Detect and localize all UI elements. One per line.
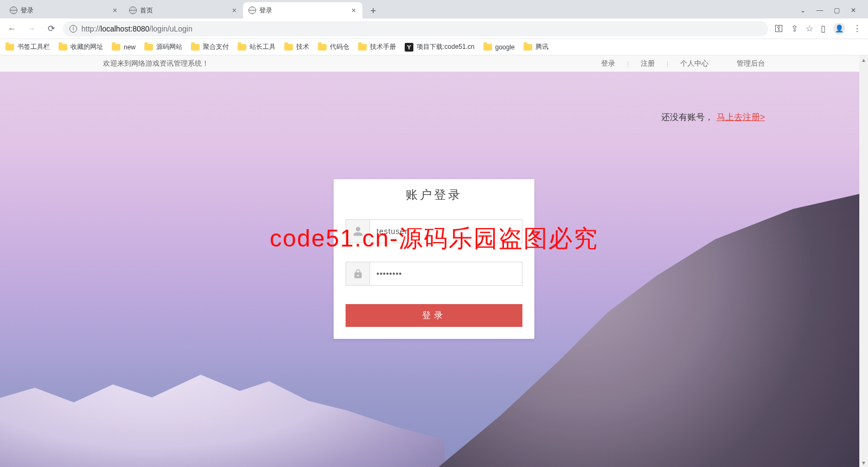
password-field-wrapper — [346, 262, 522, 286]
folder-icon — [144, 44, 153, 51]
browser-tab[interactable]: 首页 × — [124, 2, 243, 18]
site-top-bar: 欢迎来到网络游戏资讯管理系统！ 登录 | 注册 | 个人中心 管理后台 — [0, 55, 868, 72]
back-button[interactable]: ← — [4, 21, 20, 36]
divider: | — [627, 60, 629, 67]
login-card: 账户登录 登录 — [334, 179, 534, 339]
top-link-register[interactable]: 注册 — [641, 59, 655, 68]
password-input[interactable] — [370, 262, 522, 285]
folder-icon — [238, 44, 246, 51]
bookmark-label: google — [495, 43, 515, 51]
user-icon — [346, 220, 370, 243]
bookmark-label: 源码网站 — [156, 42, 182, 52]
folder-icon — [524, 44, 532, 51]
top-link-admin[interactable]: 管理后台 — [737, 59, 765, 68]
folder-icon — [112, 44, 120, 51]
minimize-icon[interactable]: — — [816, 7, 823, 14]
hero-background: 还没有账号， 马上去注册> 账户登录 登录 code51.cn-源码乐园盗图必究 — [0, 72, 868, 467]
bookmark-label: 技术 — [296, 42, 309, 52]
scroll-down-icon[interactable]: ▼ — [859, 458, 868, 467]
globe-icon — [10, 7, 17, 14]
login-button[interactable]: 登录 — [346, 304, 522, 327]
folder-icon — [59, 44, 67, 51]
divider: | — [667, 60, 668, 67]
bookmark-item[interactable]: 技术手册 — [358, 42, 396, 52]
bookmark-item[interactable]: 收藏的网址 — [59, 42, 103, 52]
bookmark-item[interactable]: 代码仓 — [318, 42, 349, 52]
folder-icon — [191, 44, 200, 51]
bookmark-label: 代码仓 — [330, 42, 349, 52]
folder-icon — [5, 44, 14, 51]
key-icon[interactable]: ⚿ — [775, 24, 783, 34]
close-icon[interactable]: × — [112, 7, 118, 14]
bookmarks-bar: 书签工具栏收藏的网址new源码网站聚合支付站长工具技术代码仓技术手册Y项目下载:… — [0, 39, 868, 55]
folder-icon — [284, 44, 293, 51]
bookmark-item[interactable]: new — [112, 43, 136, 51]
window-close-icon[interactable]: ✕ — [851, 7, 856, 14]
close-icon[interactable]: × — [350, 7, 357, 14]
bookmark-item[interactable]: 技术 — [284, 42, 309, 52]
welcome-text: 欢迎来到网络游戏资讯管理系统！ — [103, 59, 209, 68]
register-hint-prefix: 还没有账号， — [661, 112, 713, 123]
bookmark-item[interactable]: 源码网站 — [144, 42, 182, 52]
tab-title: 登录 — [21, 6, 108, 15]
bookmark-label: 聚合支付 — [203, 42, 229, 52]
folder-icon — [318, 44, 327, 51]
bookmark-label: 书签工具栏 — [17, 42, 50, 52]
folder-icon — [358, 44, 367, 51]
username-input[interactable] — [370, 220, 522, 243]
address-bar[interactable]: i http://localhost:8080/login/uLogin — [63, 21, 768, 36]
url-text: http://localhost:8080/login/uLogin — [81, 24, 193, 33]
register-hint: 还没有账号， 马上去注册> — [661, 112, 765, 123]
bookmark-label: 项目下载:code51.cn — [417, 42, 475, 52]
chevron-down-icon[interactable]: ⌄ — [800, 7, 806, 14]
bookmark-item[interactable]: 腾讯 — [524, 42, 548, 52]
forward-button[interactable]: → — [24, 21, 39, 36]
page-viewport: 欢迎来到网络游戏资讯管理系统！ 登录 | 注册 | 个人中心 管理后台 还没有账… — [0, 55, 868, 467]
address-bar-row: ← → ⟳ i http://localhost:8080/login/uLog… — [0, 18, 868, 39]
profile-avatar[interactable]: 👤 — [833, 23, 845, 35]
folder-icon — [483, 44, 492, 51]
site-info-icon[interactable]: i — [69, 25, 77, 33]
reload-button[interactable]: ⟳ — [43, 21, 59, 36]
site-icon: Y — [405, 43, 413, 52]
login-heading: 账户登录 — [346, 187, 522, 203]
share-icon[interactable]: ⇪ — [791, 23, 798, 34]
close-icon[interactable]: × — [231, 7, 238, 14]
bookmark-item[interactable]: 聚合支付 — [191, 42, 229, 52]
top-link-login[interactable]: 登录 — [601, 59, 615, 68]
bookmark-item[interactable]: google — [483, 43, 515, 51]
lock-icon — [346, 262, 370, 285]
top-link-profile[interactable]: 个人中心 — [680, 59, 709, 68]
username-field-wrapper — [346, 219, 522, 243]
bookmark-item[interactable]: 站长工具 — [238, 42, 276, 52]
browser-tab[interactable]: 登录 × — [4, 2, 124, 18]
bookmark-label: 站长工具 — [250, 42, 276, 52]
browser-tab-strip: 登录 × 首页 × 登录 × + ⌄ — ▢ ✕ ← → ⟳ i http://… — [0, 0, 868, 55]
bookmark-label: 腾讯 — [535, 42, 548, 52]
bookmark-label: 技术手册 — [370, 42, 396, 52]
scroll-up-icon[interactable]: ▲ — [859, 55, 868, 64]
tab-title: 首页 — [140, 6, 228, 15]
maximize-icon[interactable]: ▢ — [834, 7, 840, 14]
panel-icon[interactable]: ▯ — [821, 23, 826, 34]
globe-icon — [248, 7, 256, 14]
bookmark-item[interactable]: 书签工具栏 — [5, 42, 50, 52]
new-tab-button[interactable]: + — [366, 3, 381, 18]
bookmark-label: new — [124, 43, 136, 51]
star-icon[interactable]: ☆ — [806, 23, 813, 34]
kebab-menu-icon[interactable]: ⋮ — [853, 23, 861, 34]
globe-icon — [129, 7, 137, 14]
browser-tab-active[interactable]: 登录 × — [243, 2, 362, 18]
bookmark-label: 收藏的网址 — [71, 42, 103, 52]
window-controls: ⌄ — ▢ ✕ — [793, 2, 864, 18]
bookmark-item[interactable]: Y项目下载:code51.cn — [405, 42, 475, 52]
register-link[interactable]: 马上去注册> — [717, 112, 765, 123]
vertical-scrollbar[interactable]: ▲ ▼ — [859, 55, 868, 467]
tab-title: 登录 — [259, 6, 347, 15]
